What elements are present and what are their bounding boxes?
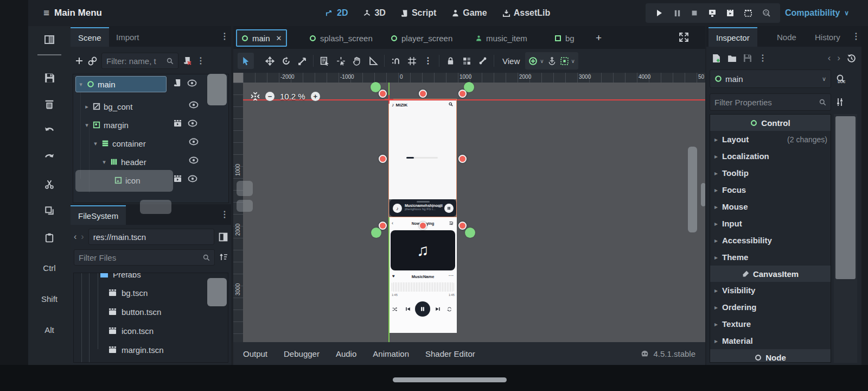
- file-row-margin-tscn[interactable]: margin.tscn: [74, 341, 228, 358]
- edited-object-selector[interactable]: main ∨: [710, 70, 831, 88]
- expand-arrow-icon[interactable]: ▸: [84, 103, 90, 110]
- tab-inspector[interactable]: Inspector: [709, 27, 757, 47]
- workspace-assetlib[interactable]: AssetLib: [502, 8, 551, 18]
- group-texture[interactable]: ▸Texture: [710, 316, 831, 332]
- scene-tab-bg[interactable]: bg: [550, 29, 579, 47]
- instance-scene-link-icon[interactable]: [88, 56, 97, 66]
- play-button[interactable]: [655, 9, 663, 17]
- renderer-selector[interactable]: Compatibility ∨: [785, 0, 849, 26]
- lock-object-button[interactable]: [442, 53, 458, 69]
- collapse-arrow-icon[interactable]: ▾: [101, 159, 107, 166]
- resize-handle-bottom-right[interactable]: [458, 222, 467, 230]
- group-ordering[interactable]: ▸Ordering: [710, 299, 831, 316]
- group-object-button[interactable]: [458, 53, 475, 69]
- bottom-tab-output[interactable]: Output: [243, 349, 267, 358]
- canvas-vertical-scrollbar[interactable]: [688, 147, 697, 232]
- tree-row-main[interactable]: ▾ main: [75, 76, 167, 92]
- center-view-icon[interactable]: [251, 92, 260, 101]
- nav-forward-icon[interactable]: ›: [81, 232, 84, 242]
- copy-button[interactable]: [28, 201, 71, 220]
- category-canvasitem[interactable]: CanvasItem: [710, 266, 831, 282]
- pan-tool-button[interactable]: [349, 53, 365, 69]
- resize-handle-middle-right[interactable]: [458, 155, 467, 163]
- anchor-icon[interactable]: [548, 56, 556, 65]
- inspector-menu-icon[interactable]: ⋮: [852, 32, 860, 41]
- pause-button[interactable]: [673, 9, 681, 17]
- group-layout[interactable]: ▸ Layout (2 changes): [710, 131, 831, 148]
- group-tooltip[interactable]: ▸Tooltip: [710, 165, 831, 181]
- main-menu-button[interactable]: ≡ Main Menu: [43, 0, 102, 26]
- visibility-eye-icon[interactable]: [188, 175, 197, 182]
- bottom-tab-audio[interactable]: Audio: [336, 349, 356, 358]
- tab-import[interactable]: Import: [108, 27, 147, 47]
- bottom-tab-animation[interactable]: Animation: [373, 349, 409, 358]
- bottom-tab-debugger[interactable]: Debugger: [284, 349, 320, 358]
- visibility-eye-icon[interactable]: [189, 156, 199, 164]
- workspace-2d[interactable]: 2D: [326, 8, 348, 18]
- scene-tab-music-item[interactable]: music_item: [471, 29, 532, 47]
- smart-snap-button[interactable]: [387, 53, 404, 69]
- file-row-prefabs[interactable]: Prefabs: [74, 273, 228, 283]
- file-filter-input[interactable]: Filter Files: [74, 249, 215, 266]
- resize-handle-top-center[interactable]: [419, 90, 427, 98]
- scene-tab-player-screen[interactable]: player_screen: [386, 29, 457, 47]
- version-info[interactable]: 4.5.1.stable: [641, 349, 695, 358]
- filesystem-menu-icon[interactable]: ⋮: [220, 210, 229, 219]
- scene-tree-scrollbar[interactable]: [207, 74, 227, 105]
- group-mouse[interactable]: ▸Mouse: [710, 198, 831, 215]
- visibility-eye-icon[interactable]: [189, 101, 199, 109]
- animation-clapper-icon[interactable]: [174, 119, 182, 127]
- canvas-2d[interactable]: ♪ MIZIK ♪ Musicnamehshjnogjil jtherightx…: [243, 83, 705, 342]
- modifier-ctrl-button[interactable]: Ctrl: [28, 258, 71, 277]
- redo-button[interactable]: [28, 148, 71, 166]
- list-select-tool-button[interactable]: [316, 53, 333, 69]
- save-button[interactable]: [28, 68, 71, 87]
- workspace-script[interactable]: Script: [401, 8, 436, 18]
- group-input[interactable]: ▸Input: [710, 215, 831, 232]
- file-row-icon-tscn[interactable]: icon.tscn: [74, 322, 228, 339]
- file-row-button-tscn[interactable]: button.tscn: [74, 303, 228, 320]
- group-visibility[interactable]: ▸Visibility: [710, 282, 831, 299]
- undo-button[interactable]: [28, 121, 71, 140]
- resize-handle-middle-left[interactable]: [379, 155, 387, 163]
- category-node[interactable]: Node: [710, 349, 831, 363]
- container-sizing-icon[interactable]: [560, 56, 569, 66]
- modifier-shift-button[interactable]: Shift: [28, 289, 71, 308]
- zoom-level[interactable]: 10.2 %: [280, 92, 305, 101]
- skeleton-bone-icon[interactable]: [475, 53, 491, 69]
- close-tab-icon[interactable]: ✕: [276, 34, 282, 42]
- group-theme[interactable]: ▸Theme: [710, 249, 831, 266]
- history-forward-icon[interactable]: ›: [837, 53, 840, 64]
- sort-files-icon[interactable]: [219, 253, 228, 262]
- select-tool-button[interactable]: [238, 53, 254, 69]
- play-current-scene-button[interactable]: [726, 9, 735, 17]
- filesystem-scrollbar[interactable]: [207, 278, 227, 306]
- nav-back-icon[interactable]: ‹: [74, 232, 76, 242]
- workspace-game[interactable]: Game: [451, 8, 487, 18]
- grid-snap-button[interactable]: [404, 53, 420, 69]
- animation-clapper-icon[interactable]: [174, 175, 182, 182]
- scene-tree-menu-icon[interactable]: ⋮: [196, 56, 205, 65]
- load-resource-folder-icon[interactable]: [727, 54, 737, 62]
- resize-handle-top-left[interactable]: [379, 90, 387, 98]
- stop-button[interactable]: [691, 9, 698, 17]
- group-localization[interactable]: ▸Localization: [710, 148, 831, 165]
- property-tools-icon[interactable]: [835, 98, 844, 106]
- scene-dock-menu-icon[interactable]: ⋮: [220, 32, 229, 41]
- zoom-out-button[interactable]: −: [265, 92, 275, 101]
- open-docs-icon[interactable]: DOC: [835, 74, 846, 84]
- add-node-button[interactable]: [75, 56, 84, 65]
- move-tool-button[interactable]: [261, 53, 278, 69]
- save-resource-icon[interactable]: [743, 54, 752, 62]
- paste-button[interactable]: [28, 228, 71, 247]
- cut-button[interactable]: [28, 175, 71, 193]
- new-resource-icon[interactable]: [712, 54, 721, 63]
- bottom-tab-shader-editor[interactable]: Shader Editor: [425, 349, 475, 358]
- visibility-eye-icon[interactable]: [187, 79, 197, 87]
- filter-properties-input[interactable]: Filter Properties: [710, 93, 831, 111]
- tab-filesystem[interactable]: FileSystem: [71, 205, 126, 225]
- scrollbar-handle[interactable]: [835, 116, 856, 279]
- collapse-arrow-icon[interactable]: ▾: [78, 81, 84, 88]
- dock-edge-scrollbar[interactable]: [701, 183, 705, 206]
- gesture-pill[interactable]: [393, 377, 507, 382]
